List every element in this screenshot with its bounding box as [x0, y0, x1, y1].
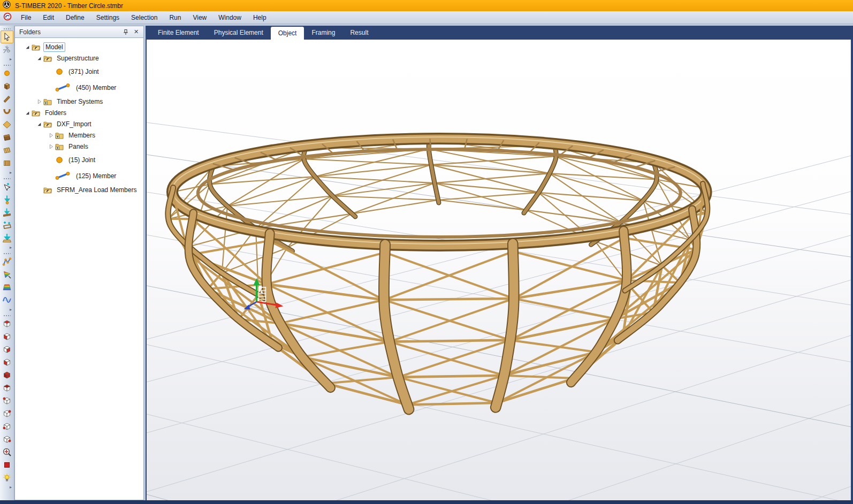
- collapsed-icon[interactable]: [47, 144, 55, 149]
- snap-settings-icon[interactable]: [1, 43, 13, 56]
- tab-physical-element[interactable]: Physical Element: [207, 26, 271, 40]
- tree-item-model[interactable]: Model: [15, 41, 143, 52]
- light-tool-icon[interactable]: [1, 471, 13, 484]
- zoom-extents-tool-icon[interactable]: [1, 446, 13, 459]
- ribbed-panel-tool-icon[interactable]: [1, 157, 13, 170]
- pin-icon[interactable]: [121, 28, 130, 36]
- toolbar-grip: [3, 64, 11, 66]
- toolbar-overflow-button[interactable]: ▸: [0, 56, 14, 62]
- member-icon: [55, 171, 72, 180]
- expanded-icon[interactable]: [24, 110, 31, 116]
- clear-view-tool-icon[interactable]: [1, 459, 13, 471]
- tree-item-panels[interactable]: Panels: [15, 141, 143, 152]
- view-iso-nw-icon[interactable]: [1, 394, 13, 407]
- collapsed-icon[interactable]: [47, 133, 55, 138]
- brand-icon: [3, 12, 12, 23]
- expanded-icon[interactable]: [35, 56, 43, 61]
- curved-member-tool-icon[interactable]: [1, 105, 13, 118]
- tree-item-label: Members: [67, 131, 97, 140]
- view-cube-right-icon[interactable]: [1, 356, 13, 369]
- tree-item-125-member[interactable]: (125) Member: [15, 167, 143, 184]
- joint-load-tool-icon[interactable]: [1, 193, 13, 206]
- tree-item-450-member[interactable]: (450) Member: [15, 79, 143, 96]
- tree-item-label: Superstructure: [55, 54, 101, 63]
- menu-edit[interactable]: Edit: [37, 12, 60, 24]
- tree-item-timber-systems[interactable]: Timber Systems: [15, 96, 143, 107]
- tree-item-371-joint[interactable]: (371) Joint: [15, 64, 143, 79]
- expanded-icon[interactable]: [35, 121, 43, 127]
- toolbar-overflow-button[interactable]: ▸: [0, 484, 14, 490]
- tree-item-label: (450) Member: [74, 83, 118, 92]
- tab-finite-element[interactable]: Finite Element: [150, 26, 207, 40]
- menu-items: FileEditDefineSettingsSelectionRunViewWi…: [15, 12, 272, 24]
- close-icon[interactable]: ✕: [132, 28, 140, 36]
- main-area: ▸▸▸▸: [0, 24, 853, 500]
- view-cube-top-icon[interactable]: [1, 317, 13, 330]
- joint-icon: [55, 155, 64, 165]
- tab-result[interactable]: Result: [342, 26, 376, 40]
- member-tool-icon[interactable]: [1, 93, 13, 105]
- view-tabstrip: Finite ElementPhysical ElementObjectFram…: [146, 26, 853, 40]
- tree-item-15-joint[interactable]: (15) Joint: [15, 152, 143, 167]
- member-result-tool-icon[interactable]: [1, 255, 13, 268]
- toolbar-overflow-button[interactable]: ▸: [0, 245, 14, 250]
- view-cube-solid-icon[interactable]: [1, 369, 13, 381]
- view-cube-section-icon[interactable]: [1, 381, 13, 394]
- area-load-tool-icon[interactable]: [1, 232, 13, 245]
- menu-define[interactable]: Define: [60, 12, 90, 24]
- tree-item-label: SFRM_Area Load Members: [55, 186, 138, 194]
- menu-run[interactable]: Run: [163, 12, 187, 24]
- tree-item-superstructure[interactable]: Superstructure: [15, 52, 143, 64]
- select-cursor-icon[interactable]: [1, 30, 13, 43]
- content-area: Finite ElementPhysical ElementObjectFram…: [146, 26, 853, 500]
- view-iso-ne-icon[interactable]: [1, 407, 13, 420]
- menu-selection[interactable]: Selection: [125, 12, 163, 24]
- tree-item-folders[interactable]: Folders: [15, 107, 143, 118]
- member-load-tool-icon[interactable]: [1, 206, 13, 219]
- folder-icon: [31, 109, 41, 117]
- folder-plus-icon: [43, 98, 52, 105]
- panel-tool-icon[interactable]: [1, 131, 13, 144]
- menu-help[interactable]: Help: [247, 12, 272, 24]
- view-iso-se-icon[interactable]: [1, 433, 13, 446]
- app-logo-icon: [3, 1, 11, 11]
- expanded-icon[interactable]: [24, 44, 31, 50]
- joint-tool-icon[interactable]: [1, 67, 13, 80]
- left-toolbar: ▸▸▸▸: [0, 26, 14, 500]
- collapsed-icon[interactable]: [35, 99, 43, 104]
- title-bar: S-TIMBER 2020 - Timber Circle.stmbr: [0, 0, 853, 11]
- laminated-panel-tool-icon[interactable]: [1, 144, 13, 157]
- tree-item-label: (371) Joint: [67, 67, 101, 76]
- view-cube-left-icon[interactable]: [1, 343, 13, 356]
- tab-framing[interactable]: Framing: [304, 26, 342, 40]
- model-scene: [147, 40, 851, 500]
- tree-item-label: (15) Joint: [67, 156, 97, 164]
- tree-item-label: Timber Systems: [55, 97, 104, 106]
- toolbar-overflow-button[interactable]: ▸: [0, 170, 14, 175]
- tree-item-label: (125) Member: [74, 172, 118, 180]
- view-iso-sw-icon[interactable]: [1, 420, 13, 433]
- vector-result-tool-icon[interactable]: [1, 268, 13, 281]
- plate-tool-icon[interactable]: [1, 118, 13, 131]
- folder-plus-icon: [55, 143, 64, 150]
- menu-settings[interactable]: Settings: [90, 12, 125, 24]
- solid-member-tool-icon[interactable]: [1, 80, 13, 93]
- menu-file[interactable]: File: [15, 12, 37, 24]
- folder-icon: [43, 55, 52, 62]
- tree-item-dxf-import[interactable]: DXF_Import: [15, 118, 143, 129]
- folder-plus-icon: [55, 132, 64, 139]
- frame-load-tool-icon[interactable]: [1, 219, 13, 232]
- contour-result-tool-icon[interactable]: [1, 281, 13, 294]
- menu-window[interactable]: Window: [212, 12, 247, 24]
- viewport-3d[interactable]: [147, 40, 851, 500]
- tree-item-members[interactable]: Members: [15, 129, 143, 141]
- view-cube-front-icon[interactable]: [1, 330, 13, 343]
- tab-object[interactable]: Object: [271, 27, 304, 40]
- folder-icon: [31, 43, 41, 51]
- tree-item-sfrm-area-load-members[interactable]: SFRM_Area Load Members: [15, 184, 143, 195]
- toolbar-overflow-button[interactable]: ▸: [0, 307, 14, 312]
- window-border-bottom: [0, 500, 853, 504]
- diagram-result-tool-icon[interactable]: [1, 294, 13, 307]
- menu-view[interactable]: View: [187, 12, 212, 24]
- assign-selection-tool-icon[interactable]: [1, 180, 13, 193]
